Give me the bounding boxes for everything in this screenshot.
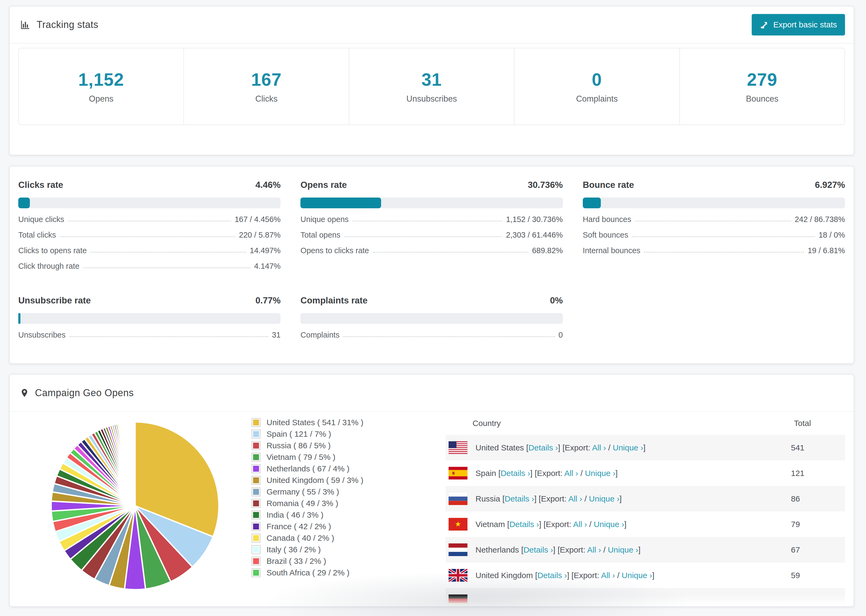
tracking-stats-card: Tracking stats Export basic stats 1,152O… — [9, 6, 854, 156]
rate-block-unsubscribe-rate: Unsubscribe rate0.77%Unsubscribes31 — [18, 295, 280, 339]
map-pin-icon — [20, 388, 29, 398]
page: Tracking stats Export basic stats 1,152O… — [0, 0, 866, 616]
russia-flag-icon — [449, 492, 468, 505]
table-row-united-states: United States [Details ›] [Export: All ›… — [446, 435, 845, 460]
progress-bar — [18, 313, 280, 324]
summary-stat-bounces: 279Bounces — [680, 49, 844, 124]
country-name: United States — [476, 443, 526, 452]
export-unique-link[interactable]: Unique › — [612, 443, 643, 452]
legend-item-canada: Canada ( 40 / 2% ) — [252, 532, 363, 544]
bracket: [ — [507, 520, 509, 529]
export-unique-link[interactable]: Unique › — [594, 520, 624, 529]
progress-bar — [583, 198, 845, 208]
detail-value: 242 / 86.738% — [795, 215, 845, 224]
export-all-link[interactable]: All › — [592, 443, 606, 452]
details-link[interactable]: Details › — [509, 520, 539, 529]
bracket: ] — [619, 494, 622, 503]
legend-item-romania: Romania ( 49 / 3% ) — [252, 498, 363, 509]
export-icon — [760, 20, 769, 29]
detail-value: 2,303 / 61.446% — [506, 231, 563, 239]
slash: / — [578, 469, 585, 478]
legend-item-vietnam: Vietnam ( 79 / 5% ) — [252, 451, 363, 463]
legend-item-germany: Germany ( 55 / 3% ) — [252, 486, 363, 498]
country-name: Russia — [476, 494, 502, 503]
details-link[interactable]: Details › — [501, 469, 530, 478]
slash: / — [582, 494, 589, 503]
legend-label: Italy ( 36 / 2% ) — [266, 545, 321, 554]
stat-value: 1,152 — [78, 69, 124, 90]
legend-label: Romania ( 49 / 3% ) — [266, 499, 339, 508]
summary-stat-complaints: 0Complaints — [515, 49, 680, 124]
legend-swatch — [252, 511, 261, 520]
bracket: ] — [558, 443, 563, 452]
detail-label: Opens to clicks rate — [301, 246, 369, 255]
export-unique-link[interactable]: Unique › — [589, 494, 619, 503]
rate-percent: 30.736% — [527, 180, 563, 190]
stat-label: Complaints — [576, 94, 618, 104]
export-all-link[interactable]: All › — [568, 494, 582, 503]
column-header-total: Total — [794, 419, 811, 428]
bracket: ] — [624, 520, 627, 529]
legend-label: United Kingdom ( 59 / 3% ) — [266, 476, 363, 485]
export-all-link[interactable]: All › — [573, 520, 587, 529]
table-row-netherlands: Netherlands [Details ›] [Export: All › /… — [446, 537, 845, 563]
detail-label: Total opens — [301, 231, 340, 239]
summary-stats-group: 1,152Opens167Clicks31Unsubscribes0Compla… — [18, 48, 845, 125]
detail-label: Internal bounces — [583, 246, 640, 255]
stat-label: Opens — [89, 94, 113, 104]
detail-row: Hard bounces242 / 86.738% — [583, 215, 845, 224]
legend-swatch — [252, 418, 261, 427]
table-row-vietnam: Vietnam [Details ›] [Export: All › / Uni… — [446, 511, 845, 537]
slash: / — [606, 443, 612, 452]
details-link[interactable]: Details › — [529, 443, 558, 452]
detail-label: Total clicks — [18, 231, 56, 239]
rate-block-clicks-rate: Clicks rate4.46%Unique clicks167 / 4.456… — [18, 180, 280, 271]
details-link[interactable]: Details › — [523, 545, 553, 554]
dotted-leader — [344, 236, 502, 237]
legend-label: Germany ( 55 / 3% ) — [266, 487, 339, 497]
bracket: ] — [638, 545, 640, 554]
rates-card: Clicks rate4.46%Unique clicks167 / 4.456… — [9, 166, 854, 364]
column-header-country: Country — [472, 419, 501, 428]
detail-label: Clicks to opens rate — [18, 246, 87, 255]
summary-stat-opens: 1,152Opens — [19, 49, 184, 124]
export-all-link[interactable]: All › — [564, 469, 578, 478]
detail-value: 689.82% — [532, 246, 563, 255]
stat-label: Bounces — [746, 94, 779, 104]
detail-row: Complaints0 — [301, 331, 563, 339]
rate-percent: 4.46% — [255, 180, 281, 190]
summary-stat-unsubscribes: 31Unsubscribes — [350, 49, 515, 124]
export-all-link[interactable]: All › — [587, 545, 601, 554]
bracket: [ — [526, 443, 528, 452]
detail-label: Complaints — [301, 331, 339, 339]
bracket: ] — [530, 469, 535, 478]
total-value: 86 — [791, 494, 800, 503]
export-unique-link[interactable]: Unique › — [585, 469, 615, 478]
legend-swatch — [252, 476, 261, 485]
dotted-leader — [632, 236, 815, 237]
rate-title: Opens rate — [301, 180, 347, 190]
progress-bar — [301, 198, 563, 208]
total-value: 79 — [791, 520, 800, 529]
detail-value: 167 / 4.456% — [235, 215, 280, 224]
table-row-spain: Spain [Details ›] [Export: All › / Uniqu… — [446, 460, 845, 486]
pie-legend: United States ( 541 / 31% )Spain ( 121 /… — [252, 416, 363, 578]
legend-item-netherlands: Netherlands ( 67 / 4% ) — [252, 463, 363, 475]
export-unique-link[interactable]: Unique › — [608, 545, 638, 554]
rates-grid: Clicks rate4.46%Unique clicks167 / 4.456… — [10, 167, 853, 339]
legend-label: Canada ( 40 / 2% ) — [266, 533, 334, 543]
detail-row: Total opens2,303 / 61.446% — [301, 231, 563, 239]
details-link[interactable]: Details › — [505, 494, 534, 503]
export-basic-stats-button[interactable]: Export basic stats — [752, 14, 845, 36]
bracket: ] — [534, 494, 539, 503]
rate-percent: 0.77% — [255, 295, 281, 306]
legend-swatch — [252, 545, 261, 554]
legend-item-russia: Russia ( 86 / 5% ) — [252, 440, 363, 451]
dotted-leader — [635, 221, 791, 222]
legend-swatch — [252, 522, 261, 531]
legend-swatch — [252, 441, 261, 450]
detail-label: Click through rate — [18, 262, 79, 271]
detail-row: Opens to clicks rate689.82% — [301, 246, 563, 255]
legend-item-france: France ( 42 / 2% ) — [252, 520, 363, 532]
detail-label: Unique clicks — [18, 215, 64, 224]
